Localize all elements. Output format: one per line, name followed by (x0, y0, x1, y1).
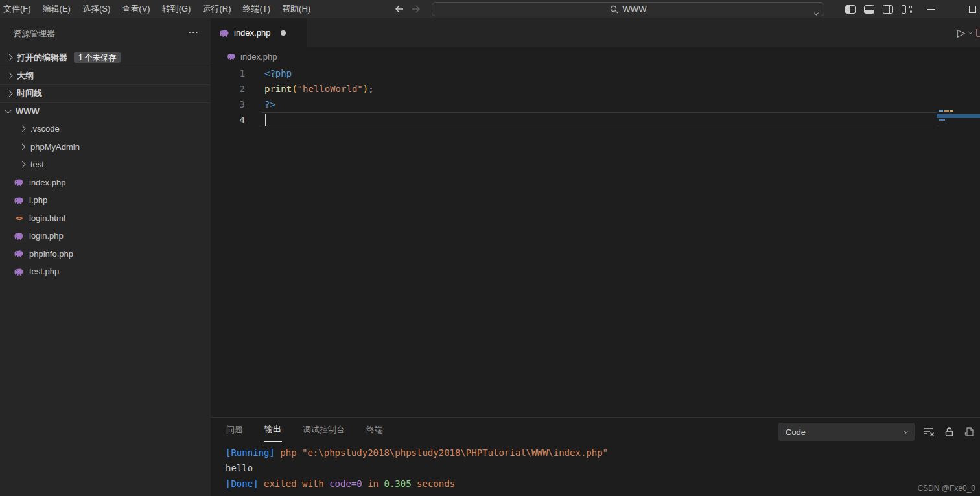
section-open-editors[interactable]: 打开的编辑器 1 个未保存 (0, 49, 211, 67)
folder-name: test (30, 159, 44, 169)
menu-terminal[interactable]: 终端(T) (237, 0, 276, 18)
breadcrumb[interactable]: index.php (211, 47, 980, 65)
command-center-search[interactable]: WWW (432, 2, 824, 16)
text-line: [Done] exited with code=0 in 0.305 secon… (226, 476, 928, 491)
section-workspace-www[interactable]: WWW (0, 102, 211, 121)
chevron-right-icon (6, 90, 13, 97)
file-name: l.php (29, 195, 47, 205)
line-number: 2 (228, 81, 245, 97)
tab-label: index.php (234, 28, 270, 38)
open-output-in-editor-icon[interactable] (963, 426, 975, 438)
code-lines: <?phpprint("helloWorld");?> (264, 65, 935, 128)
tree-folder-phpmyadmin[interactable]: phpMyAdmin (0, 138, 211, 156)
editor-group: index.php ▷ index.php 1 2 3 4 <?ph (211, 18, 980, 417)
watermark-label: CSDN @Fxe0_0 (917, 484, 975, 493)
tab-output[interactable]: 输出 (264, 418, 282, 442)
text-line: ?> (264, 97, 935, 112)
tab-strip: index.php ▷ (211, 18, 980, 47)
run-code-button[interactable]: ▷ (957, 28, 965, 38)
tree-folder-vscode[interactable]: .vscode (0, 120, 211, 138)
text-line (264, 112, 935, 128)
text-line: print("helloWorld"); (264, 81, 935, 97)
panel-tab-bar: 问题 输出 调试控制台 终端 (226, 418, 384, 442)
file-name: login.php (29, 231, 64, 241)
tree-file-login-php[interactable]: login.php (0, 227, 211, 245)
split-editor-icon[interactable] (976, 29, 980, 37)
file-name: login.html (29, 213, 65, 223)
workspace-name-label: WWW (16, 106, 40, 116)
back-arrow-icon[interactable] (394, 5, 404, 14)
tab-terminal[interactable]: 终端 (366, 418, 384, 442)
explorer-title: 资源管理器 (13, 28, 55, 40)
minimap-code-marks (939, 110, 953, 112)
explorer-more-actions-icon[interactable]: ⋯ (188, 26, 199, 38)
minimap-code-marks (939, 119, 945, 121)
chevron-right-icon (6, 73, 13, 79)
text-cursor (265, 114, 266, 126)
tree-file-test-php[interactable]: test.php (0, 263, 211, 281)
run-dropdown-chevron-icon[interactable] (968, 30, 973, 34)
output-console: [Running] php "e:\phpstudy2018\phpstudy2… (226, 445, 928, 491)
search-value: WWW (623, 5, 647, 14)
tree-file-index-php[interactable]: index.php (0, 174, 211, 192)
toggle-secondary-sidebar-icon[interactable] (883, 5, 893, 14)
php-file-icon (14, 248, 24, 259)
unsaved-count-badge: 1 个未保存 (74, 52, 121, 63)
unsaved-dot-icon[interactable] (281, 30, 286, 36)
file-name: phpinfo.php (29, 249, 73, 259)
section-outline[interactable]: 大纲 (0, 67, 211, 85)
clear-output-icon[interactable] (923, 426, 935, 438)
php-file-icon (14, 177, 24, 187)
tree-folder-test[interactable]: test (0, 156, 211, 174)
title-bar: 文件(F) 编辑(E) 选择(S) 查看(V) 转到(G) 运行(R) 终端(T… (0, 0, 980, 18)
php-file-icon (14, 231, 24, 241)
panel-controls: Code (778, 423, 975, 441)
forward-arrow-icon[interactable] (411, 5, 421, 14)
minimap[interactable] (937, 110, 980, 417)
output-channel-select[interactable]: Code (778, 423, 915, 441)
section-outline-label: 大纲 (17, 70, 34, 82)
lock-scroll-icon[interactable] (943, 426, 955, 438)
html-file-icon: <> (14, 213, 24, 223)
menu-edit[interactable]: 编辑(E) (37, 0, 76, 18)
chevron-right-icon (19, 143, 26, 150)
menu-bar: 文件(F) 编辑(E) 选择(S) 查看(V) 转到(G) 运行(R) 终端(T… (0, 0, 316, 18)
vscode-window: 文件(F) 编辑(E) 选择(S) 查看(V) 转到(G) 运行(R) 终端(T… (0, 0, 980, 496)
tab-problems[interactable]: 问题 (226, 418, 244, 442)
line-number-gutter: 1 2 3 4 (228, 65, 245, 128)
file-tree: .vscode phpMyAdmin test index.php l (0, 120, 211, 281)
toggle-sidebar-icon[interactable] (845, 5, 856, 14)
file-name: test.php (29, 266, 59, 276)
window-minimize-button[interactable] (928, 9, 935, 10)
tree-file-login-html[interactable]: <> login.html (0, 209, 211, 228)
minimap-slider[interactable] (937, 114, 980, 118)
toggle-panel-icon[interactable] (864, 5, 874, 14)
menu-view[interactable]: 查看(V) (116, 0, 156, 18)
search-icon (610, 5, 618, 14)
tab-debug-console[interactable]: 调试控制台 (302, 418, 345, 442)
explorer-sidebar: 资源管理器 ⋯ 打开的编辑器 1 个未保存 大纲 时间线 WWW .vscode (0, 18, 211, 496)
search-dropdown-chevron-icon[interactable] (815, 8, 818, 18)
tree-file-phpinfo-php[interactable]: phpinfo.php (0, 245, 211, 263)
php-file-icon (14, 195, 24, 206)
menu-help[interactable]: 帮助(H) (276, 0, 316, 18)
menu-run[interactable]: 运行(R) (196, 0, 237, 18)
section-timeline[interactable]: 时间线 (0, 84, 211, 102)
php-file-icon (219, 28, 229, 38)
menu-file[interactable]: 文件(F) (0, 0, 37, 18)
folder-name: .vscode (30, 124, 60, 134)
tree-file-l-php[interactable]: l.php (0, 191, 211, 209)
section-open-editors-label: 打开的编辑器 (17, 52, 67, 64)
breadcrumb-file-label: index.php (240, 52, 277, 62)
chevron-down-icon (5, 107, 12, 113)
code-editor[interactable]: 1 2 3 4 <?phpprint("helloWorld");?> (211, 65, 980, 417)
text-line: <?php (264, 65, 935, 81)
customize-layout-icon[interactable] (902, 5, 912, 14)
tab-index-php[interactable]: index.php (211, 18, 307, 47)
menu-selection[interactable]: 选择(S) (76, 0, 116, 18)
folder-name: phpMyAdmin (30, 142, 80, 152)
chevron-right-icon (19, 126, 26, 132)
window-maximize-button[interactable] (969, 6, 976, 13)
text-line: [Running] php "e:\phpstudy2018\phpstudy2… (226, 445, 928, 460)
menu-go[interactable]: 转到(G) (156, 0, 197, 18)
